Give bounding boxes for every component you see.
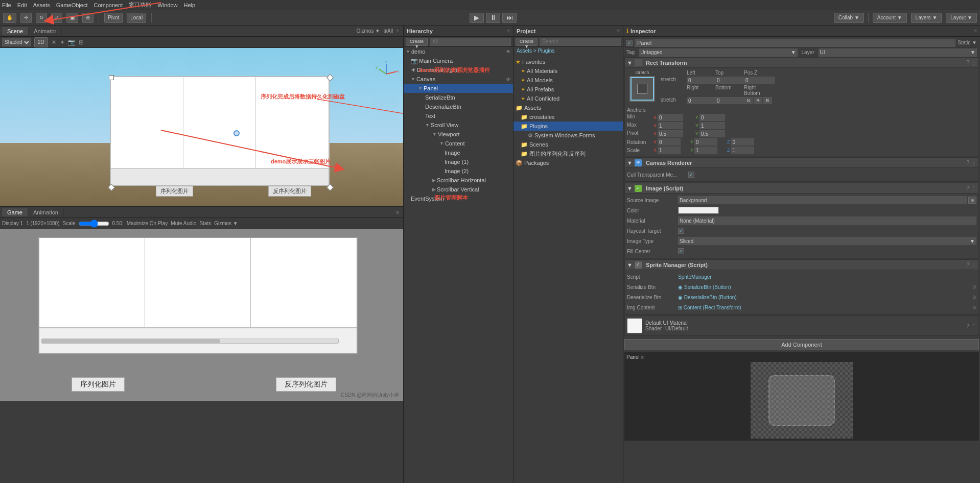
hierarchy-search[interactable]	[430, 38, 511, 46]
layer-dropdown[interactable]: UI ▼	[819, 49, 977, 57]
source-image-picker[interactable]: ⊙	[968, 197, 976, 204]
hierarchy-item-scrollbar-h[interactable]: ▶ Scrollbar Horizontal	[404, 176, 513, 185]
project-plugins[interactable]: 📁 Plugins	[514, 122, 623, 131]
serialize-btn-value[interactable]: ◉ SerializeBtn (Button)	[678, 284, 731, 290]
scale-x-input[interactable]	[658, 147, 681, 154]
project-create-btn[interactable]: Create ▼	[516, 38, 538, 46]
project-packages[interactable]: 📦 Packages	[514, 158, 623, 167]
grid-icon[interactable]: ⊞	[79, 39, 84, 46]
color-swatch[interactable]	[678, 207, 719, 214]
deserialize-btn-value[interactable]: ◉ DeserializeBtn (Button)	[678, 295, 737, 300]
menu-help[interactable]: Help	[183, 2, 195, 8]
scene-3d-view[interactable]: 序列化图片 反序列化图片 序列化完成后将数据持久化到磁盘 demo展示展示三张图…	[0, 48, 403, 206]
hierarchy-item-deserialize-btn[interactable]: DeserializeBtn	[404, 102, 513, 111]
project-all-materials[interactable]: ✦ All Materials	[514, 66, 623, 76]
scene-close[interactable]: ≡	[396, 28, 399, 34]
img-content-value[interactable]: ⊞ Content (Rect Transform)	[678, 305, 741, 310]
layers-button[interactable]: Layers ▼	[911, 13, 942, 23]
rb-btn1[interactable]: N	[744, 97, 753, 104]
project-favorites[interactable]: ★ Favorites	[514, 57, 623, 66]
hand-tool[interactable]: ✋	[3, 13, 16, 23]
2d-button[interactable]: 2D	[34, 37, 48, 47]
camera-icon[interactable]: 📷	[68, 39, 76, 46]
hierarchy-item-image1[interactable]: Image (1)	[404, 157, 513, 166]
stats-label[interactable]: Stats	[199, 221, 211, 226]
rot-z-input[interactable]	[731, 138, 754, 146]
right-input[interactable]	[687, 97, 717, 104]
tab-animation[interactable]: Animation	[28, 208, 64, 216]
serialize-btn-picker[interactable]: ⊙	[972, 284, 976, 289]
hierarchy-menu[interactable]: ≡	[507, 28, 510, 34]
all-label[interactable]: ⊕All	[383, 28, 393, 34]
menu-window[interactable]: Window	[157, 2, 177, 8]
object-name-input[interactable]	[635, 39, 955, 47]
scale-z-input[interactable]	[731, 147, 754, 154]
sm-menu[interactable]: ⋮	[971, 262, 976, 268]
scale-slider[interactable]	[79, 220, 109, 228]
tab-game[interactable]: Game	[2, 208, 28, 216]
menu-component[interactable]: Component	[94, 2, 123, 8]
mat-info[interactable]: ?	[966, 323, 969, 329]
rb-btn3[interactable]: B	[763, 97, 772, 104]
account-button[interactable]: Account ▼	[873, 13, 907, 23]
project-all-models[interactable]: ✦ All Models	[514, 76, 623, 85]
deserialize-btn-picker[interactable]: ⊙	[972, 295, 976, 300]
canvas-renderer-header[interactable]: ▼ 👁 Canvas Renderer ? ⋮	[625, 158, 978, 168]
left-input[interactable]	[687, 77, 717, 84]
visibility-icon[interactable]: 👁	[506, 77, 511, 82]
posz-input[interactable]	[744, 77, 775, 84]
project-scenes[interactable]: 📁 Scenes	[514, 140, 623, 149]
hierarchy-item-demo[interactable]: ▼ demo 👁	[404, 47, 513, 56]
hierarchy-item-dir-light[interactable]: ☀ Directional Light	[404, 65, 513, 75]
bottom-input[interactable]	[715, 97, 746, 104]
hierarchy-item-serialize-btn[interactable]: SerializeBtn	[404, 93, 513, 102]
display-label[interactable]: Display 1	[2, 221, 23, 226]
project-search[interactable]	[540, 38, 621, 46]
serialize-btn-game[interactable]: 序列化图片	[72, 377, 125, 392]
img-content-picker[interactable]: ⊙	[972, 305, 976, 310]
mute-label[interactable]: Mute Audio	[171, 221, 196, 226]
menu-assets[interactable]: Assets	[33, 2, 50, 8]
hierarchy-item-viewport[interactable]: ▼ Viewport	[404, 130, 513, 139]
rect-tool[interactable]: ▣	[66, 13, 78, 23]
project-assets[interactable]: 📁 Assets	[514, 103, 623, 112]
horizontal-scrollbar[interactable]	[41, 339, 339, 344]
min-x-input[interactable]	[658, 114, 683, 121]
gizmos-label[interactable]: Gizmos ▼	[356, 28, 380, 34]
rect-transform-header[interactable]: ▼ Rect Transform ? ⋮	[625, 58, 978, 68]
image-script-header[interactable]: ▼ ✓ Image (Script) ? ⋮	[625, 183, 978, 194]
tab-animator[interactable]: Animator	[29, 27, 62, 35]
rot-y-input[interactable]	[694, 138, 717, 146]
corner-tl[interactable]	[109, 75, 114, 80]
menu-window-cn[interactable]: 窗口功能	[129, 1, 151, 9]
layout-button[interactable]: Layout ▼	[946, 13, 977, 23]
rect-menu-icon[interactable]: ⋮	[971, 60, 976, 65]
transform-tool[interactable]: ⊕	[82, 13, 94, 23]
cr-info[interactable]: ?	[966, 160, 969, 165]
local-button[interactable]: Local	[127, 13, 146, 23]
sm-info[interactable]: ?	[966, 262, 969, 268]
project-all-conflicted[interactable]: ✦ All Conflicted	[514, 94, 623, 103]
tab-scene[interactable]: Scene	[2, 27, 29, 35]
rotate-tool[interactable]: ↻	[36, 13, 47, 23]
hierarchy-create-btn[interactable]: Create ▼	[406, 38, 428, 46]
static-label[interactable]: Static ▼	[958, 40, 977, 45]
serialize-btn-scene[interactable]: 序列化图片	[156, 186, 193, 197]
step-button[interactable]: ⏭	[502, 13, 517, 23]
shading-dropdown[interactable]: Shaded	[2, 38, 31, 46]
hierarchy-item-main-camera[interactable]: 📷 Main Camera	[404, 56, 513, 65]
rb-btn2[interactable]: R	[754, 97, 763, 104]
project-menu[interactable]: ≡	[617, 28, 620, 34]
pause-button[interactable]: ⏸	[486, 13, 500, 23]
menu-gameobject[interactable]: GameObject	[56, 2, 88, 8]
inspector-menu[interactable]: ≡	[974, 28, 977, 34]
fx-icon[interactable]: ✦	[60, 39, 65, 46]
pivot-x-input[interactable]	[658, 130, 683, 137]
scale-tool[interactable]: ⤢	[51, 13, 62, 23]
resolution-label[interactable]: 1 (1920×1080)	[26, 221, 59, 226]
hierarchy-item-text[interactable]: Text	[404, 111, 513, 120]
cr-menu[interactable]: ⋮	[971, 160, 976, 165]
mat-menu[interactable]: ⋮	[971, 323, 976, 329]
hierarchy-item-scroll-view[interactable]: ▼ Scroll View	[404, 120, 513, 130]
hierarchy-item-image2[interactable]: Image (2)	[404, 166, 513, 176]
